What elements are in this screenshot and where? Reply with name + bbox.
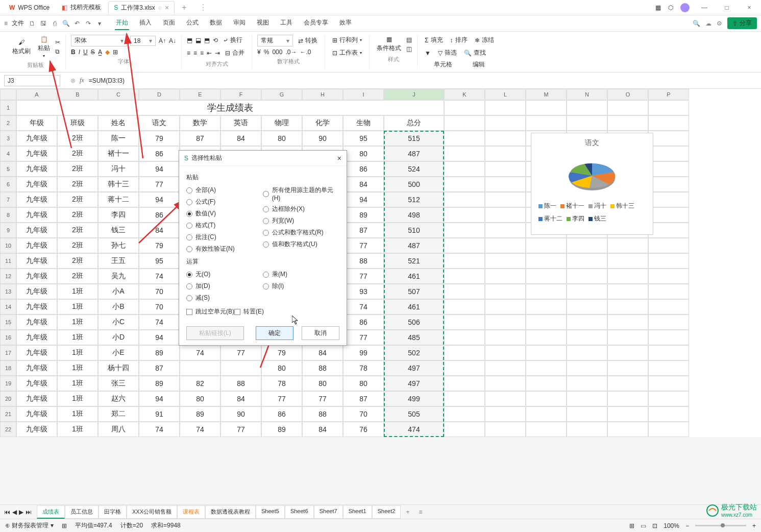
cell[interactable]: 74 bbox=[139, 422, 180, 437]
radio-option[interactable]: 所有使用源主题的单元(H) bbox=[263, 186, 339, 202]
cell[interactable]: 九年级 bbox=[16, 131, 57, 146]
cell[interactable]: 1班 bbox=[57, 299, 98, 315]
col-header[interactable]: M bbox=[526, 89, 567, 100]
row-header[interactable]: 12 bbox=[0, 269, 16, 284]
cell[interactable]: 2班 bbox=[57, 238, 98, 253]
cell[interactable]: 94 bbox=[139, 161, 180, 177]
bold-button[interactable]: B bbox=[71, 49, 76, 56]
cell[interactable] bbox=[607, 360, 648, 376]
col-header[interactable]: I bbox=[343, 89, 384, 100]
cell[interactable] bbox=[526, 253, 567, 269]
save-icon[interactable]: 🖫 bbox=[39, 20, 47, 27]
cell[interactable]: 语文 bbox=[139, 115, 180, 131]
cell[interactable]: 502 bbox=[384, 345, 444, 360]
cell[interactable]: 1班 bbox=[57, 391, 98, 406]
sheet-tab[interactable]: Sheet6 bbox=[285, 505, 314, 519]
orientation-icon[interactable]: ⟲ bbox=[213, 37, 218, 44]
dec-inc-icon[interactable]: .0→ bbox=[285, 49, 297, 56]
cell[interactable]: 班级 bbox=[57, 115, 98, 131]
cell[interactable] bbox=[648, 192, 689, 207]
cell[interactable]: 82 bbox=[180, 376, 220, 391]
cell[interactable]: 九年级 bbox=[16, 207, 57, 223]
cell[interactable] bbox=[444, 146, 485, 161]
cell[interactable]: 九年级 bbox=[16, 406, 57, 422]
fill-color-button[interactable]: ◆ bbox=[105, 49, 110, 56]
cell[interactable] bbox=[444, 376, 485, 391]
cell[interactable]: 小B bbox=[98, 299, 139, 315]
paste-button[interactable]: 📋粘贴▾ bbox=[36, 35, 52, 59]
cell[interactable] bbox=[485, 115, 526, 131]
cell[interactable] bbox=[607, 376, 648, 391]
cell[interactable]: 87 bbox=[343, 391, 384, 406]
cell[interactable] bbox=[607, 253, 648, 269]
cell[interactable] bbox=[648, 299, 689, 315]
cell[interactable]: 杨十四 bbox=[98, 360, 139, 376]
cell[interactable]: 74 bbox=[180, 345, 220, 360]
row-header[interactable]: 14 bbox=[0, 299, 16, 315]
rowcol-button[interactable]: ⊞行和列▾ bbox=[330, 35, 364, 45]
cell[interactable]: 90 bbox=[302, 131, 343, 146]
cell[interactable] bbox=[526, 360, 567, 376]
increase-font-icon[interactable]: A↑ bbox=[159, 37, 166, 44]
cell[interactable]: 九年级 bbox=[16, 315, 57, 330]
cell[interactable]: 物理 bbox=[261, 115, 302, 131]
strike-button[interactable]: S bbox=[91, 49, 95, 56]
cell[interactable]: 94 bbox=[139, 330, 180, 345]
col-header[interactable]: O bbox=[607, 89, 648, 100]
cell[interactable]: 孙七 bbox=[98, 238, 139, 253]
cell[interactable]: 钱三 bbox=[98, 223, 139, 238]
cell[interactable]: 84 bbox=[302, 422, 343, 437]
cell[interactable]: 87 bbox=[343, 223, 384, 238]
cell[interactable]: 512 bbox=[384, 192, 444, 207]
cell[interactable]: 九年级 bbox=[16, 330, 57, 345]
zoom-out-icon[interactable]: − bbox=[685, 522, 689, 529]
cell[interactable] bbox=[607, 115, 648, 131]
cell[interactable] bbox=[526, 391, 567, 406]
radio-option[interactable]: 减(S) bbox=[186, 294, 263, 302]
underline-button[interactable]: U bbox=[83, 49, 88, 56]
find-button[interactable]: 🔍查找 bbox=[462, 47, 488, 58]
cell[interactable] bbox=[607, 238, 648, 253]
cell[interactable] bbox=[526, 284, 567, 299]
cell[interactable] bbox=[567, 315, 607, 330]
cell[interactable] bbox=[444, 360, 485, 376]
print-icon[interactable]: ⎙ bbox=[51, 20, 59, 27]
cell[interactable]: 74 bbox=[180, 422, 220, 437]
cell[interactable] bbox=[526, 406, 567, 422]
cell[interactable]: 84 bbox=[343, 177, 384, 192]
cell[interactable] bbox=[485, 284, 526, 299]
cell[interactable]: 89 bbox=[139, 376, 180, 391]
menu-tab-1[interactable]: 插入 bbox=[138, 16, 153, 30]
cell[interactable] bbox=[648, 376, 689, 391]
row-header[interactable]: 2 bbox=[0, 115, 16, 131]
cell[interactable]: 蒋十二 bbox=[98, 192, 139, 207]
wrap-button[interactable]: ⤶换行 bbox=[221, 35, 244, 45]
radio-option[interactable]: 边框除外(X) bbox=[263, 205, 339, 213]
radio-option[interactable]: 除(I) bbox=[263, 282, 339, 291]
cell[interactable] bbox=[526, 269, 567, 284]
cell[interactable]: 1班 bbox=[57, 406, 98, 422]
cell[interactable]: 小D bbox=[98, 330, 139, 345]
cell[interactable]: 78 bbox=[261, 376, 302, 391]
cell[interactable]: 77 bbox=[261, 391, 302, 406]
cell[interactable] bbox=[607, 100, 648, 115]
cell[interactable] bbox=[444, 299, 485, 315]
cell[interactable]: 郑二 bbox=[98, 406, 139, 422]
menu-tab-7[interactable]: 工具 bbox=[279, 16, 293, 30]
cell[interactable]: 77 bbox=[343, 238, 384, 253]
cell[interactable]: 497 bbox=[384, 376, 444, 391]
cell[interactable] bbox=[485, 146, 526, 161]
menu-icon[interactable]: ≡ bbox=[4, 20, 8, 27]
cell[interactable]: 九年级 bbox=[16, 345, 57, 360]
menu-tab-9[interactable]: 效率 bbox=[338, 16, 353, 30]
cell[interactable] bbox=[526, 330, 567, 345]
cell[interactable] bbox=[648, 177, 689, 192]
cell[interactable]: 九年级 bbox=[16, 360, 57, 376]
skip-blanks-checkbox[interactable]: 跳过空单元(B) bbox=[186, 307, 234, 316]
cell[interactable]: 77 bbox=[139, 177, 180, 192]
preview-icon[interactable]: 🔍 bbox=[62, 20, 70, 27]
sheet-tab[interactable]: Sheet7 bbox=[314, 505, 343, 519]
cell[interactable] bbox=[648, 146, 689, 161]
radio-option[interactable]: 有效性验证(N) bbox=[186, 245, 263, 253]
cell[interactable] bbox=[567, 391, 607, 406]
